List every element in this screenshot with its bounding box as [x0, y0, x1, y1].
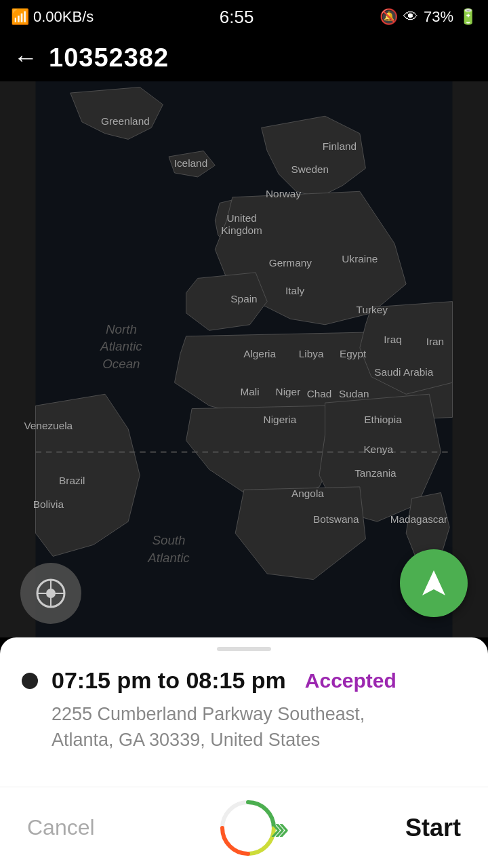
ocean-label-3: Ocean: [102, 357, 140, 371]
header: ← 10352382: [0, 34, 488, 81]
progress-indicator: ›››: [218, 797, 283, 859]
bolivia-label: Bolivia: [33, 498, 64, 510]
turkey-label: Turkey: [357, 304, 388, 315]
svg-marker-6: [422, 570, 445, 595]
ocean-label-2: Atlantic: [100, 339, 142, 353]
botswana-label: Botswana: [313, 513, 359, 525]
trip-time-row: 07:15 pm to 08:15 pm Accepted: [22, 667, 466, 694]
location-icon: [34, 576, 68, 610]
brazil-label: Brazil: [59, 475, 85, 486]
battery-icon: 🔋: [459, 8, 477, 26]
trip-address: 2255 Cumberland Parkway Southeast, Atlan…: [22, 702, 466, 753]
trip-time: 07:15 pm to 08:15 pm: [52, 667, 286, 694]
status-right: 🔕 👁 73% 🔋: [380, 8, 477, 26]
niger-label: Niger: [276, 386, 301, 397]
italy-label: Italy: [285, 285, 304, 296]
battery-level: 73%: [424, 8, 453, 26]
navigate-icon: [415, 565, 453, 602]
libya-label: Libya: [299, 348, 324, 359]
greenland-label: Greenland: [101, 115, 150, 127]
south-atlantic-label-2: Atlantic: [147, 551, 190, 565]
madagascar-label: Madagascar: [390, 513, 448, 525]
ukraine-label: Ukraine: [342, 253, 378, 264]
circle-progress-icon: [218, 797, 279, 859]
norway-label: Norway: [266, 188, 301, 199]
sudan-label: Sudan: [339, 388, 369, 399]
bottom-bar: Cancel ››› Start: [0, 787, 488, 868]
my-location-button[interactable]: [20, 563, 81, 624]
arrows-icon: ›››: [270, 809, 283, 846]
bottom-sheet: 07:15 pm to 08:15 pm Accepted 2255 Cumbe…: [0, 637, 488, 868]
accepted-status: Accepted: [305, 669, 396, 692]
start-button[interactable]: Start: [405, 814, 461, 842]
status-bar: 📶 0.00KB/s 6:55 🔕 👁 73% 🔋: [0, 0, 488, 34]
nigeria-label: Nigeria: [264, 414, 297, 425]
kenya-label: Kenya: [363, 443, 393, 455]
uk-label2: Kingdom: [221, 224, 262, 236]
iraq-label: Iraq: [384, 334, 401, 345]
address-line1: 2255 Cumberland Parkway Southeast,: [52, 704, 365, 724]
navigate-fab[interactable]: [400, 549, 468, 617]
saudi-label: Saudi Arabia: [374, 366, 434, 378]
trip-id: 10352382: [49, 43, 169, 73]
finland-label: Finland: [323, 140, 357, 152]
ethiopia-label: Ethiopia: [364, 414, 402, 425]
data-speed: 0.00KB/s: [33, 8, 94, 26]
eye-icon: 👁: [403, 8, 418, 26]
egypt-label: Egypt: [340, 348, 367, 359]
tanzania-label: Tanzania: [354, 467, 396, 479]
status-dot: [22, 673, 38, 689]
sheet-content: 07:15 pm to 08:15 pm Accepted 2255 Cumbe…: [0, 651, 488, 787]
mali-label: Mali: [240, 386, 259, 397]
ocean-label: North: [106, 322, 137, 336]
spain-label: Spain: [230, 293, 257, 304]
signal-icon: 📶: [11, 8, 29, 26]
angola-label: Angola: [291, 488, 324, 499]
notification-icon: 🔕: [380, 8, 398, 26]
address-line2: Atlanta, GA 30339, United States: [52, 730, 320, 750]
venezuela-label: Venezuela: [24, 420, 73, 431]
iran-label: Iran: [426, 336, 444, 347]
uk-label: United: [226, 212, 256, 224]
south-atlantic-label: South: [152, 533, 185, 547]
chad-label: Chad: [307, 388, 332, 399]
cancel-button[interactable]: Cancel: [27, 815, 95, 840]
back-button[interactable]: ←: [14, 43, 38, 72]
germany-label: Germany: [269, 257, 312, 269]
time-display: 6:55: [220, 7, 254, 28]
algeria-label: Algeria: [243, 348, 276, 359]
iceland-label: Iceland: [174, 157, 208, 169]
status-left: 📶 0.00KB/s: [11, 8, 94, 26]
sweden-label: Sweden: [291, 163, 329, 175]
